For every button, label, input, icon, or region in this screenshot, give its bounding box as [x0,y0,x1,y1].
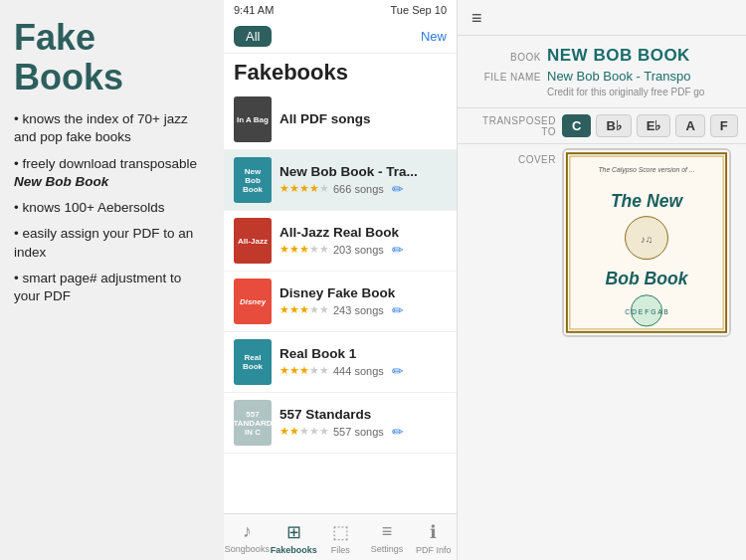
tab-settings[interactable]: ≡Settings [364,518,411,558]
pdf info-icon: ℹ [430,521,437,543]
book-title-value: New Bob Book [547,46,690,66]
book-title-row: Book New Bob Book [471,46,732,66]
key-button-A[interactable]: A [675,114,704,137]
key-button-C[interactable]: C [562,114,591,137]
right-panel: ≡ Book New Bob Book File Name New Bob Bo… [458,0,746,560]
svg-text:The Calypso Score version of .: The Calypso Score version of ... [598,166,694,174]
settings-icon: ≡ [382,521,393,542]
fakebooks-icon: ⊞ [286,521,301,543]
filename-label: File Name [471,72,541,83]
hamburger-icon[interactable]: ≡ [471,8,482,28]
tab-bar: ♪Songbooks⊞Fakebooks⬚Files≡SettingsℹPDF … [224,513,457,560]
songbooks-icon: ♪ [243,521,252,542]
book-name: Real Book 1 [280,346,447,361]
svg-text:Bob Book: Bob Book [606,269,689,288]
middle-panel: 9:41 AM Tue Sep 10 All New Fakebooks In … [224,0,458,560]
features-list: • knows the index of 70+ jazz and pop fa… [14,110,210,305]
key-button-Eb[interactable]: E♭ [637,114,671,137]
list-item[interactable]: In A BagAll PDF songs [224,90,457,150]
tab-pdf info[interactable]: ℹPDF Info [410,518,457,558]
tab-label: Fakebooks [271,545,317,555]
svg-text:The New: The New [611,191,684,211]
transpose-label: Transposed To [471,115,556,137]
edit-icon[interactable]: ✏ [392,242,404,258]
book-label: Book [471,52,541,63]
tab-files[interactable]: ⬚Files [317,518,364,558]
svg-text:♪♫: ♪♫ [641,234,653,245]
song-count: 557 songs [333,426,384,438]
tab-label: PDF Info [416,545,452,555]
right-header: ≡ [458,0,746,36]
tab-fakebooks[interactable]: ⊞Fakebooks [271,518,317,558]
edit-icon[interactable]: ✏ [392,424,404,440]
top-controls: All New [224,20,457,54]
tab-label: Settings [371,544,404,554]
files-icon: ⬚ [332,521,349,543]
feature-item: • smart page# adjustment to your PDF [14,270,210,305]
book-list: In A BagAll PDF songsNew Bob BookNew Bob… [224,90,457,513]
key-button-F[interactable]: F [710,114,738,137]
new-label: New [421,29,447,44]
filename-row: File Name New Bob Book - Transpo [471,69,732,84]
filename-value: New Bob Book - Transpo [547,69,691,84]
song-count: 666 songs [333,183,384,195]
book-name: 557 Standards [280,407,447,422]
song-count: 243 songs [333,304,384,316]
book-name: All PDF songs [280,111,447,126]
list-item[interactable]: All-JazzAll-Jazz Real Book★★★★★203 songs… [224,211,457,272]
status-date: Tue Sep 10 [391,4,447,16]
song-count: 444 songs [333,365,384,377]
list-item[interactable]: New Bob BookNew Bob Book - Tra...★★★★★66… [224,150,457,211]
status-time: 9:41 AM [234,4,274,16]
edit-icon[interactable]: ✏ [392,363,404,379]
book-name: Disney Fake Book [280,285,447,300]
fakebooks-title: Fakebooks [224,54,457,90]
edit-icon[interactable]: ✏ [392,181,404,197]
cover-label: Cover [471,154,556,165]
edit-icon[interactable]: ✏ [392,302,404,318]
key-buttons: CB♭E♭AF [562,114,738,137]
list-item[interactable]: DisneyDisney Fake Book★★★★★243 songs✏ [224,272,457,332]
svg-text:C D E F G A B: C D E F G A B [625,308,668,315]
app-title: Fake Books [14,18,210,96]
tab-label: Files [331,545,350,555]
cover-row: Cover The Calypso Score version of ... T… [458,144,746,341]
list-item[interactable]: 557 STANDARDS IN C557 Standards★★★★★557 … [224,393,457,454]
book-name: All-Jazz Real Book [280,225,447,240]
feature-item: • freely download transposable New Bob B… [14,155,210,191]
key-button-Bb[interactable]: B♭ [596,114,631,137]
song-count: 203 songs [333,244,384,256]
book-name: New Bob Book - Tra... [280,164,447,179]
feature-item: • knows 100+ Aebersolds [14,199,210,217]
tab-songbooks[interactable]: ♪Songbooks [224,518,271,558]
list-item[interactable]: Real BookReal Book 1★★★★★444 songs✏ [224,332,457,393]
feature-item: • easily assign your PDF to an index [14,225,210,261]
feature-item: • knows the index of 70+ jazz and pop fa… [14,110,210,146]
transpose-row: Transposed To CB♭E♭AF [458,108,746,144]
filename-credit: Credit for this originally free PDF go [547,87,732,97]
book-detail: Book New Bob Book File Name New Bob Book… [458,36,746,108]
left-panel: Fake Books • knows the index of 70+ jazz… [0,0,224,560]
book-cover: The Calypso Score version of ... The New… [562,148,731,337]
all-button[interactable]: All [234,26,272,47]
status-bar: 9:41 AM Tue Sep 10 [224,0,457,20]
tab-label: Songbooks [225,544,270,554]
